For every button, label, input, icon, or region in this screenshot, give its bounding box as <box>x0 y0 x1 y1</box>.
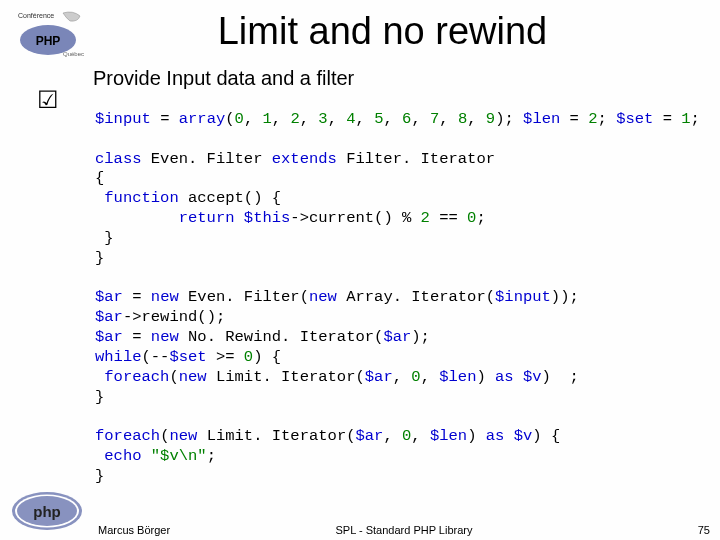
conference-php-logo: PHP Conférence Québec <box>8 8 88 58</box>
code-block: $input = array(0, 1, 2, 3, 4, 5, 6, 7, 8… <box>95 110 710 487</box>
svg-text:PHP: PHP <box>35 34 60 48</box>
sidebar: PHP Conférence Québec ☑ php <box>0 0 95 540</box>
slide-title: Limit and no rewind <box>55 10 710 53</box>
footer-title: SPL - Standard PHP Library <box>336 524 473 536</box>
page-number: 75 <box>698 524 710 536</box>
footer: Marcus Börger SPL - Standard PHP Library… <box>98 524 710 536</box>
svg-text:Québec: Québec <box>63 51 84 57</box>
svg-text:Conférence: Conférence <box>18 12 54 19</box>
footer-author: Marcus Börger <box>98 524 170 536</box>
slide-subtitle: Provide Input data and a filter <box>93 67 710 90</box>
svg-text:php: php <box>33 503 61 520</box>
checkmark-bullet-icon: ☑ <box>37 86 59 114</box>
php-logo: php <box>10 490 85 532</box>
slide-main: Limit and no rewind Provide Input data a… <box>95 0 720 540</box>
